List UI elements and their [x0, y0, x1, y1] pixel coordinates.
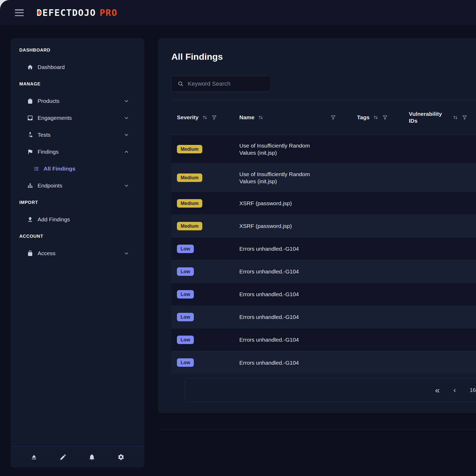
filter-icon[interactable]	[211, 115, 217, 120]
sidebar-item-tests[interactable]: Tests	[11, 126, 144, 143]
pagination-prev-icon[interactable]: ‹	[454, 386, 456, 394]
sidebar-section-label-manage: MANAGE	[11, 76, 144, 93]
sidebar-item-dashboard[interactable]: Dashboard	[11, 59, 144, 76]
inbox-icon	[27, 115, 34, 121]
chevron-down-icon[interactable]	[124, 183, 129, 188]
sidebar-item-label: Dashboard	[38, 64, 65, 70]
severity-cell: Medium	[171, 173, 234, 182]
severity-cell: Medium	[171, 222, 234, 230]
logo-text-main: DEFECTDOJO	[36, 7, 96, 18]
table-row[interactable]: LowErrors unhandled.-G104	[171, 351, 476, 374]
table-row[interactable]: MediumXSRF (password.jsp)	[171, 192, 476, 215]
severity-badge: Medium	[177, 222, 202, 230]
table-body: MediumUse of Insufficiently Random Value…	[171, 135, 476, 374]
keyword-search-box[interactable]	[171, 76, 271, 92]
finding-name-link[interactable]: Errors unhandled.-G104	[234, 245, 324, 252]
footer-divider	[158, 429, 476, 430]
column-header-tags[interactable]: Tags	[351, 114, 403, 121]
sort-icon[interactable]	[202, 114, 208, 121]
finding-name-link[interactable]: XSRF (password.jsp)	[234, 222, 324, 230]
finding-name-link[interactable]: Errors unhandled.-G104	[234, 359, 324, 366]
sidebar-item-engagements[interactable]: Engagements	[11, 109, 144, 126]
finding-name-link[interactable]: Use of Insufficiently Random Values (ini…	[234, 142, 324, 156]
logo-orange-square	[38, 11, 41, 14]
flag-icon	[27, 148, 34, 155]
severity-badge: Low	[177, 245, 194, 253]
chevron-down-icon[interactable]	[124, 251, 129, 256]
finding-name-link[interactable]: Errors unhandled.-G104	[234, 291, 324, 298]
sidebar-item-add-findings[interactable]: Add Findings	[11, 211, 144, 228]
severity-badge: Low	[177, 358, 194, 367]
severity-badge: Low	[177, 313, 194, 321]
eject-icon[interactable]	[30, 453, 38, 461]
findings-table: Severity Name Tags Vulnerability IDs Med…	[171, 100, 476, 374]
defectdojo-logo[interactable]: DEFECTDOJO PRO	[36, 7, 117, 18]
severity-cell: Low	[171, 267, 234, 276]
severity-cell: Low	[171, 290, 234, 299]
pencil-icon[interactable]	[59, 453, 67, 461]
severity-badge: Medium	[177, 145, 202, 153]
finding-name-link[interactable]: Errors unhandled.-G104	[234, 268, 324, 275]
sidebar-item-label: Endpoints	[38, 182, 62, 189]
chevron-down-icon[interactable]	[124, 98, 129, 104]
table-header-row: Severity Name Tags Vulnerability IDs	[171, 100, 476, 135]
severity-cell: Low	[171, 336, 234, 344]
table-row[interactable]: MediumXSRF (password.jsp)	[171, 215, 476, 237]
test-tube-icon	[27, 131, 34, 138]
table-row[interactable]: LowErrors unhandled.-G104	[171, 283, 476, 306]
gear-icon[interactable]	[117, 453, 125, 461]
sidebar-item-label: Access	[38, 250, 56, 257]
finding-name-link[interactable]: Use of Insufficiently Random Values (ini…	[234, 171, 324, 185]
sidebar-item-label: Add Findings	[38, 216, 70, 223]
table-row[interactable]: MediumUse of Insufficiently Random Value…	[171, 163, 476, 192]
sidebar-item-all-findings[interactable]: All Findings	[11, 160, 144, 177]
sidebar-item-findings[interactable]: Findings	[11, 143, 144, 160]
sidebar-item-access[interactable]: Access	[11, 245, 144, 262]
sidebar-section-label-dashboard: DASHBOARD	[11, 42, 144, 59]
table-row[interactable]: LowErrors unhandled.-G104	[171, 306, 476, 328]
hamburger-menu-icon[interactable]	[15, 9, 24, 16]
sort-icon[interactable]	[373, 114, 379, 121]
column-label: Tags	[357, 114, 369, 121]
sidebar-item-endpoints[interactable]: Endpoints	[11, 177, 144, 194]
sidebar-section-label-import: IMPORT	[11, 194, 144, 211]
filter-icon[interactable]	[462, 115, 468, 120]
upload-icon	[27, 216, 34, 223]
chevron-up-icon[interactable]	[124, 149, 129, 154]
column-header-vulnerability-ids[interactable]: Vulnerability IDs	[403, 111, 476, 124]
pagination-first-icon[interactable]: «	[435, 386, 440, 394]
pagination-bar: « ‹ 161 to	[185, 378, 476, 402]
sort-icon[interactable]	[258, 114, 264, 121]
sitemap-icon	[27, 182, 34, 189]
severity-badge: Low	[177, 267, 194, 276]
severity-cell: Low	[171, 358, 234, 367]
sidebar-item-label: Findings	[38, 149, 58, 155]
finding-name-link[interactable]: Errors unhandled.-G104	[234, 336, 324, 343]
table-row[interactable]: LowErrors unhandled.-G104	[171, 260, 476, 283]
bell-icon[interactable]	[88, 453, 96, 461]
page-title: All Findings	[171, 51, 476, 62]
search-input[interactable]	[188, 80, 264, 87]
sidebar-item-label: Engagements	[38, 115, 72, 121]
filter-icon[interactable]	[382, 115, 388, 120]
table-row[interactable]: LowErrors unhandled.-G104	[171, 237, 476, 260]
finding-name-link[interactable]: XSRF (password.jsp)	[234, 200, 324, 207]
sidebar-item-label: Tests	[38, 132, 51, 138]
severity-badge: Medium	[177, 173, 202, 182]
sort-icon[interactable]	[452, 114, 459, 121]
chevron-down-icon[interactable]	[124, 132, 129, 138]
list-icon	[33, 165, 40, 172]
column-header-name[interactable]: Name	[234, 114, 351, 121]
app-header: DEFECTDOJO PRO	[0, 0, 476, 25]
table-row[interactable]: MediumUse of Insufficiently Random Value…	[171, 135, 476, 163]
column-label: Severity	[177, 114, 199, 121]
pagination-range-text: 161 to	[470, 387, 476, 393]
column-header-severity[interactable]: Severity	[171, 114, 234, 121]
sidebar-section-label-account: ACCOUNT	[11, 228, 144, 245]
window-corner-artifact	[0, 0, 10, 10]
filter-icon[interactable]	[330, 115, 336, 120]
table-row[interactable]: LowErrors unhandled.-G104	[171, 328, 476, 351]
chevron-down-icon[interactable]	[124, 115, 129, 121]
finding-name-link[interactable]: Errors unhandled.-G104	[234, 313, 324, 321]
sidebar-item-products[interactable]: Products	[11, 93, 144, 109]
